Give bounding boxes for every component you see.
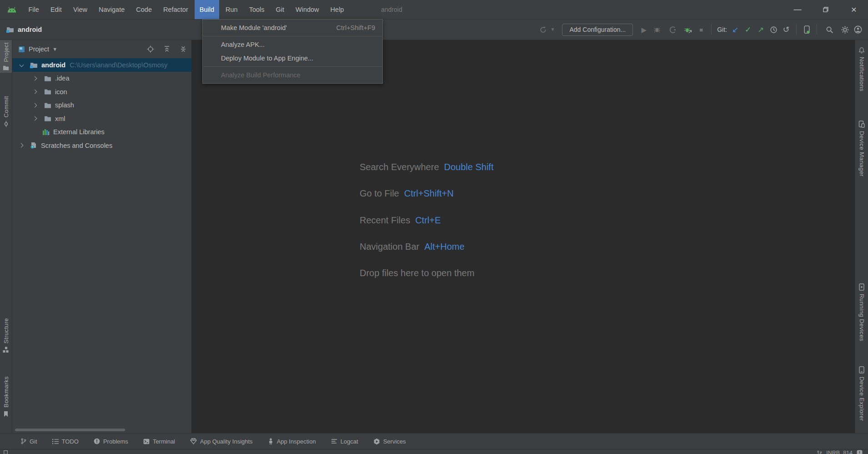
menu-edit[interactable]: Edit bbox=[45, 0, 67, 19]
device-explorer-icon bbox=[858, 366, 865, 373]
account-avatar-icon[interactable] bbox=[853, 24, 863, 35]
chevron-collapsed-icon[interactable] bbox=[33, 90, 37, 94]
stop-button: ■ bbox=[696, 24, 707, 35]
menu-item-analyze-apk[interactable]: Analyze APK... bbox=[203, 38, 382, 51]
breadcrumb-project-name: android bbox=[18, 26, 42, 33]
profiler-low-overhead-button[interactable] bbox=[682, 24, 693, 35]
status-bar: INRB_814 bbox=[0, 449, 868, 454]
left-tool-window-stripe: Project Commit Structure Bookmarks bbox=[0, 40, 12, 433]
run-button: ▶ bbox=[638, 24, 649, 35]
menu-window[interactable]: Window bbox=[291, 0, 324, 19]
tool-window-tab-device-explorer[interactable]: Device Explorer bbox=[855, 364, 868, 424]
terminal-icon bbox=[143, 439, 150, 444]
menu-separator bbox=[203, 36, 382, 36]
project-view-selector[interactable]: Project bbox=[29, 45, 49, 53]
close-button[interactable]: × bbox=[840, 0, 868, 19]
status-bar-right: INRB_814 bbox=[817, 450, 863, 454]
project-panel-actions bbox=[147, 45, 187, 53]
git-toolbar-label: Git: bbox=[717, 26, 727, 33]
menu-navigate[interactable]: Navigate bbox=[94, 0, 130, 19]
menu-item-make-module[interactable]: Make Module 'android' Ctrl+Shift+F9 bbox=[203, 21, 382, 35]
folder-icon bbox=[44, 102, 51, 108]
collapse-all-icon[interactable] bbox=[180, 45, 187, 53]
tree-row-external-libraries[interactable]: External Libraries bbox=[12, 126, 191, 139]
sync-icon[interactable] bbox=[538, 24, 549, 35]
chevron-expanded-icon[interactable] bbox=[20, 63, 24, 67]
android-studio-logo-icon bbox=[7, 6, 17, 13]
add-configuration-button[interactable]: Add Configuration... bbox=[562, 24, 633, 36]
build-menu-dropdown: Make Module 'android' Ctrl+Shift+F9 Anal… bbox=[202, 19, 383, 84]
menu-run[interactable]: Run bbox=[221, 0, 243, 19]
tool-window-tab-terminal[interactable]: Terminal bbox=[143, 438, 175, 445]
tree-row-xml[interactable]: xml bbox=[12, 112, 191, 126]
chevron-collapsed-icon[interactable] bbox=[33, 76, 37, 81]
git-push-icon[interactable]: ↗ bbox=[755, 24, 766, 35]
locate-file-icon[interactable] bbox=[147, 45, 154, 53]
editor-empty-state: Search EverywhereDouble Shift Go to File… bbox=[191, 40, 855, 433]
tool-window-tab-structure[interactable]: Structure bbox=[0, 316, 12, 355]
chevron-collapsed-icon[interactable] bbox=[19, 143, 24, 148]
chevron-collapsed-icon[interactable] bbox=[33, 103, 37, 107]
horizontal-scrollbar[interactable] bbox=[15, 429, 125, 431]
tool-window-tab-services[interactable]: Services bbox=[373, 438, 406, 445]
tool-window-tab-notifications[interactable]: Notifications bbox=[855, 45, 868, 94]
tool-window-tab-todo[interactable]: TODO bbox=[52, 438, 79, 445]
tool-window-tab-git[interactable]: Git bbox=[20, 438, 37, 445]
tool-window-tab-project[interactable]: Project bbox=[0, 40, 12, 73]
rollback-icon[interactable]: ↺ bbox=[781, 24, 792, 35]
window-controls: — × bbox=[783, 0, 868, 19]
structure-grid-icon bbox=[3, 347, 9, 353]
history-clock-icon[interactable] bbox=[768, 24, 779, 35]
chevron-down-icon[interactable]: ▼ bbox=[52, 46, 57, 52]
git-update-icon[interactable]: ↙ bbox=[730, 24, 741, 35]
menu-git[interactable]: Git bbox=[271, 0, 289, 19]
tree-row-icon[interactable]: icon bbox=[12, 85, 191, 99]
menu-item-analyze-build-performance: Analyze Build Performance bbox=[203, 68, 382, 82]
navigation-bar-breadcrumb[interactable]: android bbox=[6, 26, 42, 33]
device-manager-icon bbox=[858, 121, 865, 128]
tool-window-tab-problems[interactable]: Problems bbox=[94, 438, 128, 445]
tool-window-tab-device-manager[interactable]: Device Manager bbox=[855, 118, 868, 179]
tree-row-android-root[interactable]: android C:\Users\anand\Desktop\Osmosy bbox=[12, 58, 191, 72]
tree-row-splash[interactable]: splash bbox=[12, 99, 191, 112]
title-bar: File Edit View Navigate Code Refactor Bu… bbox=[0, 0, 868, 19]
hint-search-everywhere: Search EverywhereDouble Shift bbox=[360, 162, 494, 172]
status-panel-icon[interactable] bbox=[4, 450, 8, 454]
tree-row-scratches[interactable]: Scratches and Consoles bbox=[12, 139, 191, 152]
chevron-collapsed-icon[interactable] bbox=[33, 116, 37, 121]
device-selector-icon[interactable] bbox=[801, 24, 812, 35]
tool-window-tab-bookmarks[interactable]: Bookmarks bbox=[0, 374, 12, 419]
menu-file[interactable]: File bbox=[24, 0, 44, 19]
tool-window-tab-app-inspection[interactable]: App Inspection bbox=[268, 438, 316, 445]
maximize-button[interactable] bbox=[812, 0, 840, 19]
toolbar-separator bbox=[711, 25, 712, 35]
tool-window-tab-commit[interactable]: Commit bbox=[0, 94, 12, 130]
git-commit-check-icon[interactable]: ✓ bbox=[743, 24, 753, 35]
tool-window-tab-app-quality-insights[interactable]: App Quality Insights bbox=[190, 438, 253, 445]
settings-gear-icon[interactable] bbox=[839, 24, 850, 35]
menu-code[interactable]: Code bbox=[131, 0, 157, 19]
restore-icon bbox=[823, 7, 828, 12]
git-branch-icon bbox=[20, 438, 26, 444]
hint-shortcut: Alt+Home bbox=[424, 242, 464, 252]
git-branch-name[interactable]: INRB_814 bbox=[826, 450, 853, 454]
tool-window-tab-logcat[interactable]: Logcat bbox=[331, 438, 358, 445]
hint-shortcut: Ctrl+Shift+N bbox=[404, 188, 454, 198]
expand-all-icon[interactable] bbox=[163, 45, 171, 53]
menu-item-deploy-module[interactable]: Deploy Module to App Engine... bbox=[203, 51, 382, 65]
menu-view[interactable]: View bbox=[68, 0, 92, 19]
menu-refactor[interactable]: Refactor bbox=[158, 0, 193, 19]
tree-row-idea[interactable]: .idea bbox=[12, 72, 191, 86]
tool-window-tab-running-devices[interactable]: Running Devices bbox=[855, 281, 868, 343]
module-folder-icon bbox=[30, 62, 38, 68]
menu-build[interactable]: Build bbox=[195, 0, 219, 19]
menu-tools[interactable]: Tools bbox=[244, 0, 270, 19]
notifications-badge-icon[interactable] bbox=[857, 450, 863, 454]
chevron-down-icon[interactable]: ▼ bbox=[551, 27, 555, 32]
hint-go-to-file: Go to FileCtrl+Shift+N bbox=[360, 188, 454, 199]
menu-help[interactable]: Help bbox=[326, 0, 349, 19]
commit-icon bbox=[3, 121, 10, 127]
search-everywhere-icon[interactable] bbox=[824, 24, 835, 35]
minimize-button[interactable]: — bbox=[783, 0, 812, 19]
project-path: C:\Users\anand\Desktop\Osmosy bbox=[70, 61, 167, 69]
